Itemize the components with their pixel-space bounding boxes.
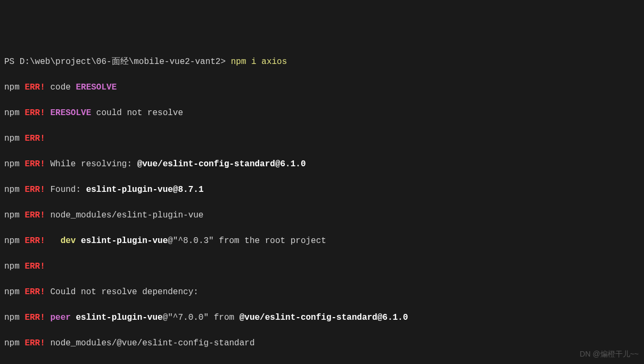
watermark: DN @煸橙干儿~~ xyxy=(580,349,639,360)
err-line: npm ERR! Found: eslint-plugin-vue@8.7.1 xyxy=(4,183,640,196)
prompt-ps: PS xyxy=(4,57,20,67)
err-line: npm ERR! While resolving: @vue/eslint-co… xyxy=(4,158,640,171)
prompt-line: PS D:\web\project\06-面经\mobile-vue2-vant… xyxy=(4,55,640,68)
err-line: npm ERR! xyxy=(4,132,640,145)
err-line: npm ERR! xyxy=(4,260,640,273)
prompt-path: D:\web\project\06-面经\mobile-vue2-vant2> xyxy=(20,57,226,67)
err-line: npm ERR! Could not resolve dependency: xyxy=(4,286,640,298)
terminal-output[interactable]: PS D:\web\project\06-面经\mobile-vue2-vant… xyxy=(4,55,640,364)
err-line: npm ERR! node_modules/@vue/eslint-config… xyxy=(4,337,640,350)
err-line: npm ERR! peer eslint-plugin-vue@"^7.0.0"… xyxy=(4,311,640,324)
command-text: npm i axios xyxy=(226,57,287,67)
err-line: npm ERR! code ERESOLVE xyxy=(4,81,640,94)
err-line: npm ERR! node_modules/eslint-plugin-vue xyxy=(4,209,640,222)
err-line: npm ERR! dev eslint-plugin-vue@"^8.0.3" … xyxy=(4,234,640,247)
err-line: npm ERR! ERESOLVE could not resolve xyxy=(4,107,640,119)
